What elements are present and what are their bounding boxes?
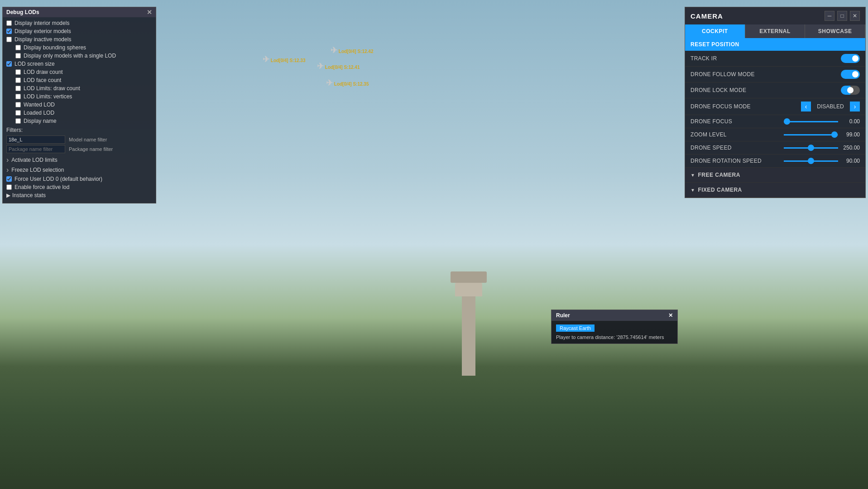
drone-focus-label: DRONE FOCUS bbox=[691, 118, 772, 125]
display-exterior-label: Display exterior models bbox=[14, 28, 71, 34]
debug-item-display-inactive[interactable]: Display inactive models bbox=[6, 35, 152, 44]
aircraft-shape-4: ✈ bbox=[326, 78, 333, 87]
aircraft-4: ✈ Lod[0/4] S:12.35 bbox=[326, 78, 369, 88]
lod-face-count-checkbox[interactable] bbox=[15, 77, 21, 83]
package-filter-input[interactable] bbox=[6, 145, 65, 153]
reset-position-bar[interactable]: RESET POSITION bbox=[685, 38, 865, 51]
freeze-lod-item[interactable]: › Freeze LOD selection bbox=[6, 165, 152, 175]
force-user-lod-checkbox[interactable] bbox=[6, 176, 12, 182]
tab-cockpit[interactable]: COCKPIT bbox=[685, 24, 745, 38]
display-name-checkbox[interactable] bbox=[15, 118, 21, 124]
debug-item-lod-face-count[interactable]: LOD face count bbox=[6, 76, 152, 84]
activate-lod-bullet: › bbox=[6, 156, 9, 164]
drone-speed-control: 250.00 bbox=[772, 145, 860, 151]
camera-close-btn[interactable]: ✕ bbox=[850, 11, 860, 21]
drone-focus-slider[interactable] bbox=[784, 121, 838, 122]
camera-panel-title: CAMERA bbox=[691, 12, 723, 20]
aircraft-2: ✈ Lod[0/4] S:12.42 bbox=[331, 45, 373, 55]
camera-minimize-btn[interactable]: ─ bbox=[825, 11, 834, 21]
drone-lock-toggle[interactable] bbox=[841, 86, 860, 95]
debug-item-lod-limits-vert[interactable]: LOD Limits: vertices bbox=[6, 92, 152, 101]
drone-focus-mode-prev[interactable]: ‹ bbox=[801, 102, 811, 111]
enable-force-active-label: Enable force active lod bbox=[14, 184, 69, 190]
lod-screen-size-label: LOD screen size bbox=[14, 61, 55, 67]
loaded-lod-checkbox[interactable] bbox=[15, 110, 21, 116]
wanted-lod-checkbox[interactable] bbox=[15, 102, 21, 107]
camera-restore-btn[interactable]: □ bbox=[837, 11, 847, 21]
lod-limits-vert-checkbox[interactable] bbox=[15, 94, 21, 99]
debug-item-wanted-lod[interactable]: Wanted LOD bbox=[6, 101, 152, 109]
camera-header-buttons: ─ □ ✕ bbox=[825, 11, 860, 21]
debug-lods-panel: Debug LODs ✕ Display interior models Dis… bbox=[2, 7, 156, 203]
debug-item-lod-draw-count[interactable]: LOD draw count bbox=[6, 68, 152, 76]
drone-focus-mode-next[interactable]: › bbox=[850, 102, 860, 111]
ruler-body: Raycast Earth Player to camera distance:… bbox=[551, 321, 677, 344]
display-bounding-label: Display bounding spheres bbox=[24, 44, 86, 51]
drone-focus-mode-value: DISABLED bbox=[815, 103, 846, 110]
instance-stats-label: Instance stats bbox=[12, 192, 46, 199]
lod-limits-draw-checkbox[interactable] bbox=[15, 86, 21, 91]
display-interior-checkbox[interactable] bbox=[6, 20, 12, 26]
drone-rotation-speed-label: DRONE ROTATION SPEED bbox=[691, 158, 772, 164]
drone-speed-slider[interactable] bbox=[784, 147, 838, 149]
loaded-lod-label: Loaded LOD bbox=[24, 110, 54, 116]
fixed-camera-label: FIXED CAMERA bbox=[698, 187, 742, 193]
zoom-level-value: 99.00 bbox=[842, 131, 860, 138]
wanted-lod-label: Wanted LOD bbox=[24, 102, 55, 108]
display-inactive-checkbox[interactable] bbox=[6, 37, 12, 42]
debug-item-lod-screen-size[interactable]: LOD screen size bbox=[6, 60, 152, 68]
enable-force-active-item[interactable]: Enable force active lod bbox=[6, 183, 152, 191]
drone-speed-row: DRONE SPEED 250.00 bbox=[685, 141, 865, 155]
instance-stats-item[interactable]: ▶ Instance stats bbox=[6, 191, 152, 199]
drone-follow-label: DRONE FOLLOW MODE bbox=[691, 71, 772, 77]
track-ir-row: TRACK IR bbox=[685, 51, 865, 67]
debug-item-loaded-lod[interactable]: Loaded LOD bbox=[6, 109, 152, 117]
display-exterior-checkbox[interactable] bbox=[6, 29, 12, 34]
debug-panel-close[interactable]: ✕ bbox=[147, 9, 152, 15]
model-filter-row: Model name filter bbox=[6, 136, 152, 144]
tab-showcase[interactable]: SHOWCASE bbox=[805, 24, 865, 38]
lod-limits-vert-label: LOD Limits: vertices bbox=[24, 93, 72, 100]
force-user-lod-item[interactable]: Force User LOD 0 (default behavior) bbox=[6, 175, 152, 183]
free-camera-arrow: ▼ bbox=[691, 173, 695, 178]
tab-external[interactable]: EXTERNAL bbox=[745, 24, 806, 38]
ruler-close-btn[interactable]: ✕ bbox=[668, 312, 673, 319]
display-name-label: Display name bbox=[24, 118, 57, 124]
fixed-camera-section[interactable]: ▼ FIXED CAMERA bbox=[685, 183, 865, 198]
debug-item-display-exterior[interactable]: Display exterior models bbox=[6, 27, 152, 35]
display-single-lod-label: Display only models with a single LOD bbox=[24, 53, 116, 59]
freeze-lod-label: Freeze LOD selection bbox=[11, 167, 64, 173]
free-camera-label: FREE CAMERA bbox=[698, 172, 740, 178]
debug-item-lod-limits-draw[interactable]: LOD Limits: draw count bbox=[6, 84, 152, 92]
drone-lock-control bbox=[772, 86, 860, 95]
track-ir-toggle[interactable] bbox=[841, 54, 860, 63]
zoom-level-slider[interactable] bbox=[784, 134, 838, 136]
lod-draw-count-checkbox[interactable] bbox=[15, 69, 21, 75]
debug-item-display-single-lod[interactable]: Display only models with a single LOD bbox=[6, 52, 152, 60]
drone-focus-value: 0.00 bbox=[842, 118, 860, 125]
zoom-level-control: 99.00 bbox=[772, 131, 860, 138]
debug-item-display-bounding[interactable]: Display bounding spheres bbox=[6, 44, 152, 52]
package-filter-label: Package name filter bbox=[69, 146, 113, 152]
drone-follow-toggle[interactable] bbox=[841, 70, 860, 79]
drone-lock-row: DRONE LOCK MODE bbox=[685, 82, 865, 98]
display-single-lod-checkbox[interactable] bbox=[15, 53, 21, 58]
free-camera-section[interactable]: ▼ FREE CAMERA bbox=[685, 168, 865, 183]
debug-item-display-name[interactable]: Display name bbox=[6, 117, 152, 125]
drone-focus-mode-row: DRONE FOCUS MODE ‹ DISABLED › bbox=[685, 98, 865, 115]
lod-face-count-label: LOD face count bbox=[24, 77, 61, 83]
model-name-filter-input[interactable] bbox=[6, 136, 65, 144]
activate-lod-limits-item[interactable]: › Activate LOD limits bbox=[6, 155, 152, 165]
drone-speed-label: DRONE SPEED bbox=[691, 145, 772, 151]
enable-force-active-checkbox[interactable] bbox=[6, 184, 12, 190]
display-bounding-checkbox[interactable] bbox=[15, 45, 21, 50]
ruler-title: Ruler bbox=[556, 312, 570, 319]
zoom-level-label: ZOOM LEVEL bbox=[691, 131, 772, 138]
drone-speed-value: 250.00 bbox=[842, 145, 860, 151]
lod-screen-size-checkbox[interactable] bbox=[6, 61, 12, 67]
debug-item-display-interior[interactable]: Display interior models bbox=[6, 19, 152, 27]
drone-rotation-speed-slider[interactable] bbox=[784, 160, 838, 162]
fixed-camera-arrow: ▼ bbox=[691, 188, 695, 193]
debug-panel-title: Debug LODs bbox=[6, 9, 39, 15]
filters-label: Filters: bbox=[6, 125, 152, 134]
